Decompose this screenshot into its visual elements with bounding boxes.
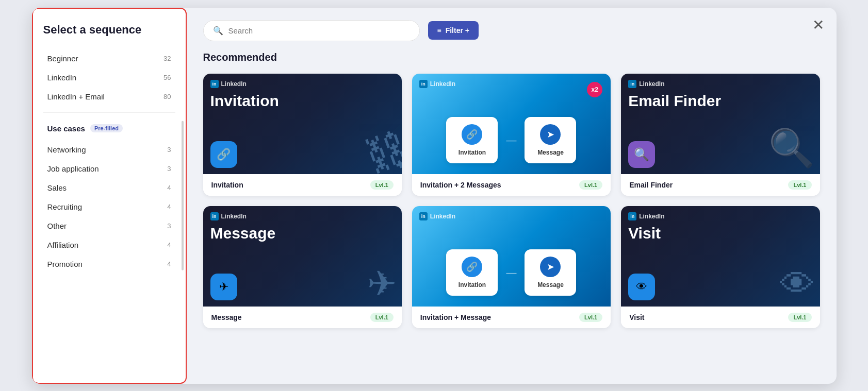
flow-node-icon-message: ➤	[540, 124, 561, 145]
level-badge: Lvl.1	[370, 180, 394, 190]
sidebar-item-count: 80	[163, 93, 171, 100]
modal-container: Select a sequence Beginner 32 LinkedIn 5…	[32, 8, 837, 384]
level-badge: Lvl.1	[370, 313, 394, 322]
flow-arrow-icon: —	[506, 267, 516, 279]
card-footer-name: Invitation + 2 Messages	[420, 181, 501, 189]
sidebar-item-linkedin-email[interactable]: LinkedIn + Email 80	[43, 87, 175, 106]
sidebar-item-count: 32	[163, 55, 171, 62]
card-title: Email Finder	[621, 90, 820, 109]
filter-icon: ≡	[437, 26, 441, 35]
plane-decoration-icon: ✈	[367, 263, 397, 304]
magnifier-decoration-icon: 🔍	[768, 126, 815, 170]
recommended-title: Recommended	[203, 52, 820, 63]
sidebar-item-label: Recruiting	[47, 202, 83, 211]
flow-node-label: Invitation	[455, 149, 488, 156]
sidebar-item-label: Other	[47, 222, 67, 230]
card-visit[interactable]: in LinkedIn Visit 👁 👁 Visit Lvl.1	[621, 206, 820, 328]
flow-diagram-2: 🔗 Invitation — ➤ Message	[412, 223, 611, 307]
card-platform-tag: in LinkedIn	[621, 74, 820, 90]
flow-node-message: ➤ Message	[525, 117, 576, 163]
card-image-email-finder: in LinkedIn Email Finder 🔍 🔍	[621, 74, 820, 174]
card-title: Message	[203, 223, 402, 242]
sidebar-item-count: 4	[167, 260, 171, 268]
card-email-finder[interactable]: in LinkedIn Email Finder 🔍 🔍 Email Finde…	[621, 74, 820, 196]
platform-label: LinkedIn	[430, 213, 455, 220]
sidebar-item-networking[interactable]: Networking 3	[43, 140, 175, 159]
level-badge: Lvl.1	[788, 313, 811, 322]
close-button[interactable]: ✕	[812, 18, 824, 32]
card-platform-tag: in LinkedIn	[412, 74, 611, 90]
card-invitation-2-messages[interactable]: in LinkedIn 🔗 Invitation — ➤ Message	[412, 74, 611, 196]
flow-node-label: Invitation	[455, 281, 488, 288]
card-icon-area: ✈	[210, 274, 237, 300]
sidebar-item-job-application[interactable]: Job application 3	[43, 159, 175, 178]
sidebar-item-count: 3	[167, 165, 171, 173]
sidebar-use-cases-section: Networking 3 Job application 3 Sales 4 R…	[43, 140, 175, 274]
card-message[interactable]: in LinkedIn Message ✈ ✈ Message Lvl.1	[203, 206, 402, 328]
card-image-flow: in LinkedIn 🔗 Invitation — ➤ Message	[412, 74, 611, 174]
sidebar-item-other[interactable]: Other 3	[43, 216, 175, 235]
sidebar-top-section: Beginner 32 LinkedIn 56 LinkedIn + Email…	[43, 49, 175, 106]
sidebar-item-label: LinkedIn + Email	[47, 92, 105, 101]
card-image-invitation: in LinkedIn Invitation 🔗 ⛓	[203, 74, 402, 174]
sidebar-item-recruiting[interactable]: Recruiting 4	[43, 197, 175, 216]
flow-diagram: 🔗 Invitation — ➤ Message	[412, 90, 611, 174]
card-invitation-message[interactable]: in LinkedIn 🔗 Invitation — ➤ Message	[412, 206, 611, 328]
search-circle-icon: 🔍	[628, 141, 655, 168]
filter-button[interactable]: ≡ Filter +	[428, 21, 479, 40]
card-title: Invitation	[203, 90, 402, 109]
search-box: 🔍	[203, 20, 420, 41]
card-footer-name: Visit	[629, 313, 644, 321]
sidebar-item-linkedin[interactable]: LinkedIn 56	[43, 68, 175, 87]
plane-icon: ✈	[210, 274, 237, 300]
level-badge: Lvl.1	[579, 180, 602, 190]
linkedin-icon: in	[210, 212, 219, 220]
sidebar-item-label: Affiliation	[47, 241, 79, 249]
search-icon: 🔍	[213, 26, 223, 36]
flow-node-icon-link: 🔗	[462, 124, 482, 145]
sidebar-divider	[43, 112, 175, 113]
sidebar-item-count: 3	[167, 146, 171, 154]
sidebar-item-beginner[interactable]: Beginner 32	[43, 49, 175, 68]
card-invitation[interactable]: in LinkedIn Invitation 🔗 ⛓ Invitation Lv…	[203, 74, 402, 196]
sidebar-item-label: Job application	[47, 164, 99, 173]
flow-node-invitation: 🔗 Invitation	[446, 249, 498, 296]
card-platform-tag: in LinkedIn	[412, 206, 611, 223]
platform-label: LinkedIn	[639, 213, 664, 220]
flow-node-label: Message	[534, 281, 567, 288]
filter-label: Filter +	[446, 26, 469, 35]
sidebar-item-label: LinkedIn	[47, 73, 77, 82]
sidebar-item-count: 4	[167, 203, 171, 211]
linkedin-icon: in	[419, 80, 428, 88]
flow-node-label: Message	[534, 149, 567, 156]
x2-badge: x2	[587, 82, 602, 97]
linkedin-icon: in	[628, 212, 636, 220]
flow-node-icon-message: ➤	[540, 257, 561, 277]
sidebar-item-sales[interactable]: Sales 4	[43, 178, 175, 197]
card-title: Visit	[621, 223, 820, 242]
card-footer-invitation: Invitation Lvl.1	[203, 174, 402, 196]
sidebar-item-affiliation[interactable]: Affiliation 4	[43, 235, 175, 254]
flow-node-icon-link: 🔗	[462, 257, 482, 277]
linkedin-icon: in	[628, 80, 636, 88]
card-footer-name: Email Finder	[629, 181, 673, 189]
main-content: 🔍 ≡ Filter + Recommended in LinkedIn Inv…	[187, 8, 837, 384]
card-icon-area: 🔍	[628, 141, 655, 168]
search-input[interactable]	[228, 26, 410, 35]
sidebar-item-count: 56	[163, 74, 171, 81]
card-footer-name: Invitation + Message	[420, 313, 491, 321]
card-platform-tag: in LinkedIn	[203, 206, 402, 223]
platform-label: LinkedIn	[639, 80, 664, 88]
card-footer-name: Invitation	[211, 181, 243, 189]
sidebar-item-promotion[interactable]: Promotion 4	[43, 254, 175, 274]
sidebar-item-label: Sales	[47, 183, 67, 192]
use-cases-label: Use cases	[47, 124, 85, 133]
sidebar-item-label: Promotion	[47, 260, 83, 268]
scrollbar[interactable]	[182, 121, 184, 270]
flow-arrow-icon: —	[506, 134, 516, 146]
use-cases-header: Use cases Pre-filled	[43, 119, 175, 138]
card-platform-tag: in LinkedIn	[203, 74, 402, 90]
sidebar-item-label: Beginner	[47, 54, 78, 63]
card-image-visit: in LinkedIn Visit 👁 👁	[621, 206, 820, 307]
level-badge: Lvl.1	[579, 313, 602, 322]
